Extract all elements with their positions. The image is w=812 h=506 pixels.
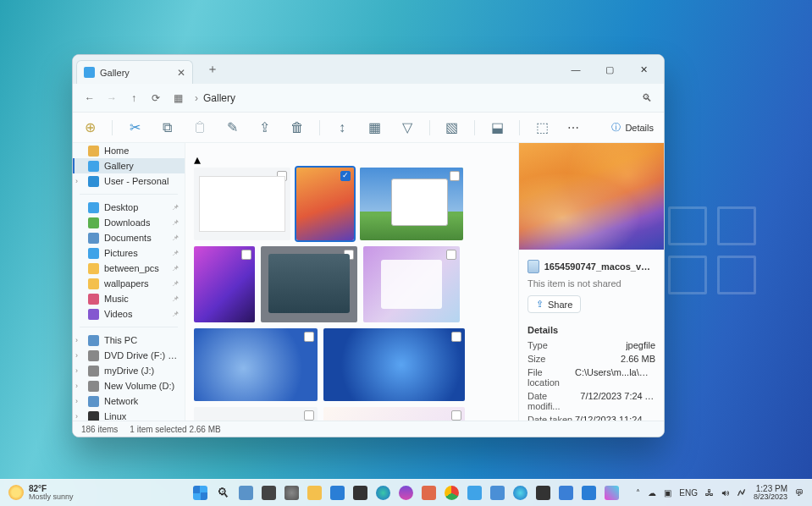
sidebar-item-network[interactable]: ›Network	[73, 393, 185, 409]
taskbar-settings[interactable]	[282, 483, 302, 503]
sidebar-item-music[interactable]: Music📌︎	[73, 291, 185, 306]
maximize-button[interactable]: ▢	[593, 58, 627, 81]
taskbar-app[interactable]	[259, 483, 279, 503]
tray-battery-icon[interactable]: 🗲	[737, 488, 746, 498]
chevron-right-icon[interactable]: ›	[75, 177, 78, 185]
sidebar-item-wallpapers[interactable]: wallpapers📌︎	[73, 276, 185, 291]
tray-chevron-icon[interactable]: ˄	[636, 488, 640, 498]
tray-onedrive-icon[interactable]: ☁	[648, 488, 656, 498]
extract-button[interactable]: ⬓	[490, 119, 504, 136]
tray-network-icon[interactable]: 🖧︎	[705, 488, 714, 498]
sidebar-item-documents[interactable]: Documents📌︎	[73, 230, 185, 245]
search-button[interactable]: 🔍︎	[213, 483, 234, 503]
pin-icon[interactable]: 📌︎	[172, 279, 180, 288]
taskbar-app[interactable]	[556, 483, 577, 503]
chevron-right-icon[interactable]: ›	[75, 412, 78, 421]
background-button[interactable]: ▧	[445, 119, 459, 136]
thumbnail[interactable]	[194, 328, 318, 401]
new-button[interactable]: ⊕	[83, 119, 97, 136]
sidebar-item-onedrive[interactable]: ›User - Personal	[73, 173, 185, 189]
forward-button[interactable]: →	[102, 88, 122, 108]
filter-button[interactable]: ▽	[400, 119, 414, 136]
close-tab-icon[interactable]: ✕	[177, 67, 185, 79]
sidebar-item-gallery[interactable]: Gallery	[73, 158, 185, 173]
sidebar-item-home[interactable]: Home	[73, 143, 185, 158]
search-button[interactable]: 🔍︎	[637, 88, 657, 108]
taskbar-edge[interactable]	[373, 483, 394, 503]
thumbnail[interactable]	[360, 168, 463, 240]
sort-button[interactable]: ↕	[335, 119, 349, 136]
taskbar-mail[interactable]	[579, 483, 599, 503]
view-button[interactable]: ▦	[367, 119, 381, 136]
sidebar-item-pictures[interactable]: Pictures📌︎	[73, 245, 185, 261]
thumbnail[interactable]	[261, 246, 357, 322]
sidebar-item-linux[interactable]: ›Linux	[73, 409, 185, 421]
sidebar-item-downloads[interactable]: Downloads📌︎	[73, 215, 185, 230]
thumbnail[interactable]	[194, 168, 290, 240]
minimize-button[interactable]: —	[559, 58, 593, 81]
gallery-grid[interactable]: ▴	[185, 143, 518, 421]
taskbar-app[interactable]	[328, 483, 348, 503]
thumbnail-selected[interactable]	[296, 168, 354, 240]
rename-button[interactable]: ✎	[225, 119, 239, 136]
sidebar-item-dvd-drive-f-cccoma-x64fre-i[interactable]: ›DVD Drive (F:) CCCOMA_X64FRE_I	[73, 348, 185, 363]
pin-icon[interactable]: 📌︎	[172, 234, 180, 242]
sidebar-item-mydrive-j-[interactable]: ›myDrive (J:)	[73, 363, 185, 378]
back-button[interactable]: ←	[80, 88, 100, 108]
taskbar-terminal[interactable]	[351, 483, 371, 503]
tab-gallery[interactable]: Gallery ✕	[76, 60, 193, 84]
tray-volume-icon[interactable]: 🔊︎	[721, 488, 730, 498]
pin-icon[interactable]: 📌︎	[172, 310, 180, 318]
titlebar[interactable]: Gallery ✕ ＋ — ▢ ✕	[73, 55, 664, 84]
taskbar-explorer[interactable]	[305, 483, 325, 503]
tray-notifications-icon[interactable]: 💬︎	[795, 488, 804, 498]
sidebar-item-videos[interactable]: Videos📌︎	[73, 306, 185, 322]
task-view-button[interactable]	[236, 483, 257, 503]
cut-button[interactable]: ✂	[128, 119, 141, 136]
weather-widget[interactable]: 82°F Mostly sunny	[8, 484, 74, 502]
thumbnail[interactable]	[323, 328, 465, 401]
more-button[interactable]: ⋯	[567, 121, 581, 135]
refresh-button[interactable]: ⟳	[146, 88, 166, 108]
chevron-right-icon[interactable]: ›	[75, 336, 78, 344]
taskbar-app[interactable]	[465, 483, 485, 503]
thumbnail[interactable]	[323, 407, 465, 421]
taskbar-chrome[interactable]	[442, 483, 462, 503]
taskbar-app[interactable]	[488, 483, 508, 503]
copy-button[interactable]: ⧉	[160, 119, 174, 136]
chevron-right-icon[interactable]: ›	[75, 366, 78, 375]
sidebar-item-this-pc[interactable]: ›This PC	[73, 333, 185, 348]
sidebar-item-new-volume-d-[interactable]: ›New Volume (D:)	[73, 378, 185, 393]
chevron-right-icon[interactable]: ›	[75, 397, 78, 405]
taskbar-app[interactable]	[511, 483, 531, 503]
close-window-button[interactable]: ✕	[627, 58, 660, 81]
collapse-group-icon[interactable]: ▴	[194, 152, 201, 167]
tray-vm-icon[interactable]: ▣	[664, 488, 671, 498]
thumbnail[interactable]	[363, 246, 460, 322]
up-button[interactable]: ↑	[124, 88, 144, 108]
system-tray[interactable]: ˄ ☁ ▣ ENG 🖧︎ 🔊︎ 🗲 1:23 PM 8/23/2023 💬︎	[636, 484, 804, 502]
pin-icon[interactable]: 📌︎	[172, 203, 180, 212]
taskbar-app[interactable]	[419, 483, 439, 503]
thumbnail[interactable]	[194, 407, 318, 421]
paste-button[interactable]: 📋︎	[193, 119, 207, 136]
pin-icon[interactable]: 📌︎	[172, 264, 180, 272]
start-button[interactable]	[191, 483, 211, 503]
chevron-right-icon[interactable]: ›	[75, 382, 78, 390]
taskbar[interactable]: 82°F Mostly sunny 🔍︎ ˄ ☁ ▣ ENG 🖧︎ 🔊︎ 🗲 1	[0, 479, 812, 506]
share-button[interactable]: ⇪	[257, 119, 271, 136]
details-pane-button[interactable]: ⓘ Details	[611, 121, 654, 134]
taskbar-photos[interactable]	[602, 483, 622, 503]
chevron-right-icon[interactable]: ›	[75, 351, 78, 360]
new-tab-button[interactable]: ＋	[202, 58, 224, 80]
breadcrumb-root-icon[interactable]: ▦	[168, 88, 188, 108]
sidebar-item-between-pcs[interactable]: between_pcs📌︎	[73, 261, 185, 276]
share-button[interactable]: ⇪ Share	[528, 295, 581, 313]
taskbar-clock[interactable]: 1:23 PM 8/23/2023	[754, 484, 787, 502]
sidebar-item-desktop[interactable]: Desktop📌︎	[73, 200, 185, 215]
pin-icon[interactable]: 📌︎	[172, 218, 180, 227]
pin-icon[interactable]: 📌︎	[172, 249, 180, 257]
taskbar-app[interactable]	[533, 483, 554, 503]
tray-language[interactable]: ENG	[679, 488, 698, 498]
delete-button[interactable]: 🗑︎	[290, 119, 304, 136]
